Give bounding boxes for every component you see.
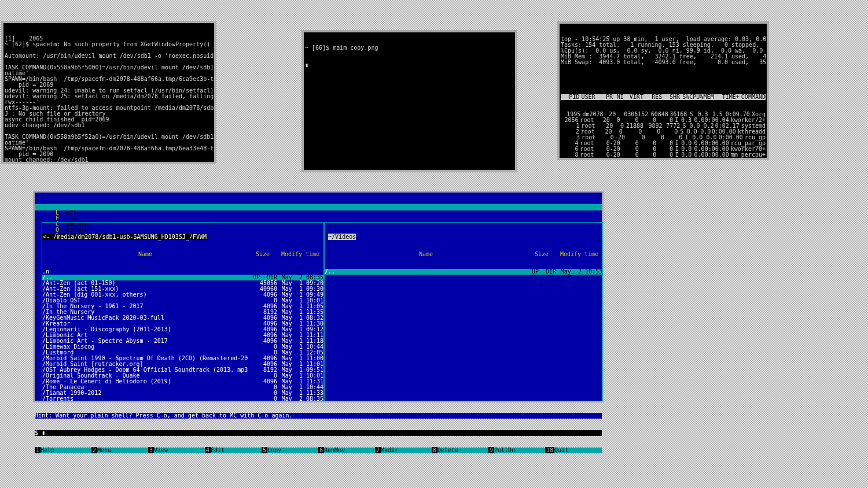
mc-fkey[interactable]: 9PullDn [488,448,545,453]
mc-left-columns: NameSizeModify time [42,252,323,257]
mc-right-panel[interactable]: ~/Videos NameSizeModify time /..UP--DIRM… [324,222,603,401]
mc-fkey[interactable]: 7Mkdir [375,448,432,453]
mc-menu-bar[interactable]: Left File Command Options Right [35,204,602,210]
mc-fkey[interactable]: 6RenMov [318,448,375,453]
list-item[interactable]: /..UP--DIRMay 2 10:53 [325,269,602,275]
terminal-maim[interactable]: ~ [66]$ maim copy.png ▮ [301,30,517,172]
terminal-top[interactable]: top - 10:54:25 up 38 min, 1 user, load a… [557,21,769,160]
mc-left-path: <- /media/dm2078/sdb1-usb-SAMSUNG_HD103S… [42,234,323,240]
top-header: top - 10:54:25 up 38 min, 1 user, load a… [561,36,766,65]
cursor: ▮ [305,62,514,68]
terminal-prompt: ~ [66]$ maim copy.png [305,45,514,51]
mc-right-path: ~/Videos [325,234,602,240]
midnight-commander[interactable]: Left File Command Options Right <- /medi… [33,191,604,402]
top-columns: PIDUSERPRNIVIRTRESSHRS%CPU%MEMTIME+COMMA… [561,94,766,100]
list-item[interactable]: /Torrents0May 2 08:35 [42,396,323,401]
mc-function-keys[interactable]: 1Help2Menu3View4Edit5Copy6RenMov7Mkdir8D… [35,448,602,453]
mc-hint: Hint: Want your plain shell? Press C-o, … [35,413,602,419]
mc-fkey[interactable]: 1Help [35,448,91,453]
mc-fkey[interactable]: 10Quit [545,448,602,453]
mc-fkey[interactable]: 4Edit [205,448,262,453]
terminal-output: [1] 2065 ~ [62]$ spacefm: No such proper… [5,36,213,164]
top-process-list: 1995dm20782003061526084836168S0.31.50:09… [561,112,766,160]
top-blank [561,77,766,83]
terminal-spacefm[interactable]: [1] 2065 ~ [62]$ spacefm: No such proper… [1,21,216,164]
mc-left-file-list[interactable]: .n /..UP--DIRMay 2 08:35 /Ant-Zen (act 0… [42,269,323,401]
mc-fkey[interactable]: 8Delete [432,448,488,453]
top-process-row: 9root200000S0.00.00:00.05ksoftirqd+ [561,158,766,160]
mc-fkey[interactable]: 2Menu [91,448,148,453]
mc-left-panel[interactable]: <- /media/dm2078/sdb1-usb-SAMSUNG_HD103S… [42,222,324,401]
mc-shell-prompt[interactable]: $ ▮ [35,430,602,436]
mc-fkey[interactable]: 3View [148,448,205,453]
mc-right-file-list[interactable]: /..UP--DIRMay 2 10:53 [325,269,602,275]
mc-fkey[interactable]: 5Copy [262,448,318,453]
mc-right-columns: NameSizeModify time [325,252,602,257]
